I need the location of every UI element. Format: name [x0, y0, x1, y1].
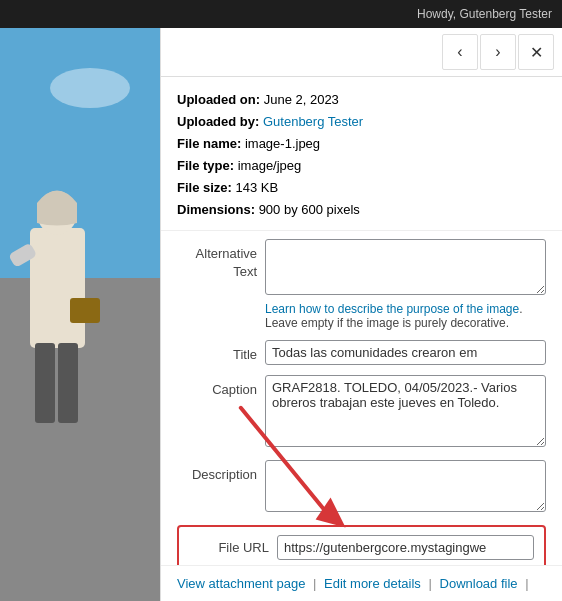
uploaded-by-row: Uploaded by: Gutenberg Tester	[177, 111, 546, 133]
file-size-row: File size: 143 KB	[177, 177, 546, 199]
file-info-section: Uploaded on: June 2, 2023 Uploaded by: G…	[161, 77, 562, 231]
uploaded-by-link[interactable]: Gutenberg Tester	[263, 114, 363, 129]
chevron-left-icon: ‹	[457, 43, 462, 61]
file-type-row: File type: image/jpeg	[177, 155, 546, 177]
view-attachment-link[interactable]: View attachment page	[177, 576, 305, 591]
description-input[interactable]	[265, 460, 546, 512]
user-greeting: Howdy, Gutenberg Tester	[417, 7, 552, 21]
file-type-label: File type:	[177, 158, 234, 173]
image-preview-panel	[0, 28, 160, 601]
image-thumbnail	[0, 28, 160, 601]
details-panel: ‹ › ✕ Uploaded on: June 2, 2023 Uploaded…	[160, 28, 562, 601]
description-wrap	[265, 460, 546, 515]
caption-input[interactable]: GRAF2818. TOLEDO, 04/05/2023.- Varios ob…	[265, 375, 546, 447]
file-name-label: File name:	[177, 136, 241, 151]
title-row: Title	[177, 340, 546, 365]
chevron-right-icon: ›	[495, 43, 500, 61]
svg-rect-3	[30, 228, 85, 348]
separator-3: |	[525, 576, 528, 591]
caption-row: Caption GRAF2818. TOLEDO, 04/05/2023.- V…	[177, 375, 546, 450]
description-row: Description	[177, 460, 546, 515]
form-section: Alternative Text Learn how to describe t…	[161, 231, 562, 565]
file-size-value: 143 KB	[236, 180, 279, 195]
alt-text-input[interactable]	[265, 239, 546, 295]
title-wrap	[265, 340, 546, 365]
footer-links: View attachment page | Edit more details…	[161, 565, 562, 601]
title-input[interactable]	[265, 340, 546, 365]
next-button[interactable]: ›	[480, 34, 516, 70]
svg-rect-6	[58, 343, 78, 423]
alt-text-help: Learn how to describe the purpose of the…	[265, 302, 546, 330]
caption-label: Caption	[177, 375, 257, 399]
close-icon: ✕	[530, 43, 543, 62]
prev-button[interactable]: ‹	[442, 34, 478, 70]
uploaded-on-label: Uploaded on:	[177, 92, 260, 107]
file-url-input[interactable]	[277, 535, 534, 560]
separator-2: |	[429, 576, 432, 591]
dimensions-label: Dimensions:	[177, 202, 255, 217]
description-label: Description	[177, 460, 257, 484]
alt-text-label: Alternative Text	[177, 239, 257, 281]
file-size-label: File size:	[177, 180, 232, 195]
alt-text-help-link[interactable]: Learn how to describe the purpose of the…	[265, 302, 519, 316]
title-label: Title	[177, 340, 257, 364]
uploaded-on-date: June 2, 2023	[264, 92, 339, 107]
alt-text-row: Alternative Text Learn how to describe t…	[177, 239, 546, 330]
download-file-link[interactable]: Download file	[440, 576, 518, 591]
close-button[interactable]: ✕	[518, 34, 554, 70]
file-url-input-wrap	[277, 535, 534, 560]
file-url-label-row: File URL	[189, 535, 534, 560]
dimensions-value: 900 by 600 pixels	[259, 202, 360, 217]
file-name-row: File name: image-1.jpeg	[177, 133, 546, 155]
file-url-section: File URL Copy URL to clipboard	[177, 525, 546, 565]
file-url-label: File URL	[189, 540, 269, 555]
svg-rect-5	[35, 343, 55, 423]
nav-header: ‹ › ✕	[161, 28, 562, 77]
dimensions-row: Dimensions: 900 by 600 pixels	[177, 199, 546, 221]
svg-rect-8	[70, 298, 100, 323]
caption-wrap: GRAF2818. TOLEDO, 04/05/2023.- Varios ob…	[265, 375, 546, 450]
file-type-value: image/jpeg	[238, 158, 302, 173]
uploaded-by-label: Uploaded by:	[177, 114, 259, 129]
edit-more-details-link[interactable]: Edit more details	[324, 576, 421, 591]
separator-1: |	[313, 576, 316, 591]
svg-point-2	[50, 68, 130, 108]
alt-text-wrap: Learn how to describe the purpose of the…	[265, 239, 546, 330]
uploaded-on-row: Uploaded on: June 2, 2023	[177, 89, 546, 111]
